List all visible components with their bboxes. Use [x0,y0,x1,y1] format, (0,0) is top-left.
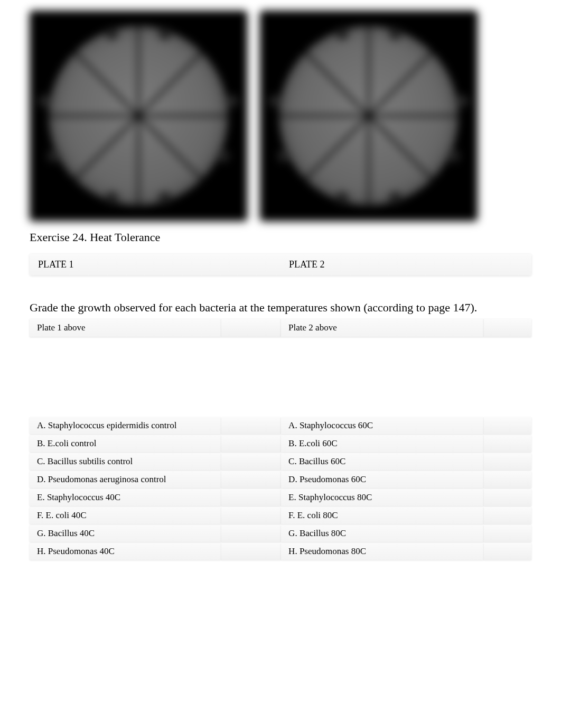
sector-label [447,150,460,162]
sector-label [158,191,171,204]
row-right-label: F. E. coli 80C [281,507,484,524]
plate-header-row: PLATE 1 PLATE 2 [30,254,531,275]
sector-label [217,150,230,162]
row-left-label: A. Staphylococcus epidermidis control [30,417,221,434]
row-left-value[interactable] [221,417,281,434]
table-row: A. Staphylococcus epidermidis controlA. … [30,417,531,434]
row-left-value[interactable] [221,435,281,452]
row-right-value[interactable] [484,489,531,506]
row-left-value[interactable] [221,489,281,506]
grade-table: Plate 1 above Plate 2 above A. Staphyloc… [30,318,531,561]
table-header-left-value [221,319,281,337]
row-left-label: D. Pseudomonas aeruginosa control [30,471,221,488]
exercise-title: Exercise 24. Heat Tolerance [30,231,531,244]
row-left-label: G. Bacillus 40C [30,525,221,542]
petri-dish-icon [49,26,228,206]
row-left-label: B. E.coli control [30,435,221,452]
plate-images-row [30,11,531,221]
row-left-label: H. Pseudomonas 40C [30,543,221,560]
table-header-left: Plate 1 above [30,319,221,337]
table-header-right-value [484,319,531,337]
table-row: E. Staphylococcus 40CE. Staphylococcus 8… [30,489,531,506]
row-left-value[interactable] [221,507,281,524]
row-left-value[interactable] [221,543,281,560]
row-right-label: B. E.coli 60C [281,435,484,452]
row-right-label: H. Pseudomonas 80C [281,543,484,560]
plate-image-1 [30,11,247,221]
row-right-label: D. Pseudomonas 60C [281,471,484,488]
sector-label [226,95,239,107]
row-left-label: E. Staphylococcus 40C [30,489,221,506]
row-right-label: G. Bacillus 80C [281,525,484,542]
sector-label [277,150,290,162]
row-right-value[interactable] [484,543,531,560]
petri-dish-icon [279,26,459,206]
row-left-label: C. Bacillus subtilis control [30,453,221,470]
document-content: Exercise 24. Heat Tolerance PLATE 1 PLAT… [0,0,561,561]
sector-label [389,27,401,40]
row-left-value[interactable] [221,453,281,470]
table-row: G. Bacillus 40CG. Bacillus 80C [30,525,531,542]
sector-label [47,150,60,162]
table-row: F. E. coli 40CF. E. coli 80C [30,507,531,524]
table-row: C. Bacillus subtilis controlC. Bacillus … [30,453,531,470]
table-row: B. E.coli controlB. E.coli 60C [30,435,531,452]
row-right-label: E. Staphylococcus 80C [281,489,484,506]
table-header-row: Plate 1 above Plate 2 above [30,319,531,337]
sector-label [158,27,171,40]
row-right-value[interactable] [484,453,531,470]
table-row: H. Pseudomonas 40CH. Pseudomonas 80C [30,543,531,560]
sector-label [336,27,349,40]
row-left-value[interactable] [221,471,281,488]
row-left-value[interactable] [221,525,281,542]
sector-label [389,191,401,204]
row-right-value[interactable] [484,471,531,488]
row-right-value[interactable] [484,435,531,452]
plate-image-2 [260,11,478,221]
row-left-label: F. E. coli 40C [30,507,221,524]
row-right-value[interactable] [484,417,531,434]
row-right-value[interactable] [484,525,531,542]
sector-label [456,95,469,107]
sector-label [106,27,118,40]
plate-header-1: PLATE 1 [30,259,280,270]
grade-instruction: Grade the growth observed for each bacte… [30,301,531,315]
table-header-right: Plate 2 above [281,319,484,337]
row-right-label: C. Bacillus 60C [281,453,484,470]
plate-header-2: PLATE 2 [280,259,531,270]
table-spacer [30,338,531,416]
row-right-value[interactable] [484,507,531,524]
row-right-label: A. Staphylococcus 60C [281,417,484,434]
table-row: D. Pseudomonas aeruginosa controlD. Pseu… [30,471,531,488]
